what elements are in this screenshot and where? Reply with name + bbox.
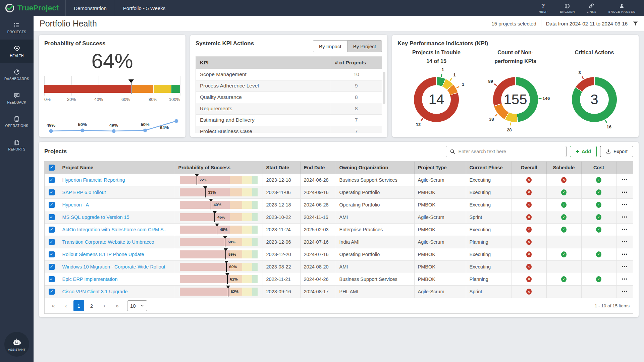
column-header-project-name[interactable]: Project Name — [59, 162, 175, 174]
row-checkbox[interactable]: ✓ — [49, 227, 55, 233]
brand-check-icon — [5, 3, 15, 13]
donut-segment-label: 28 — [507, 127, 512, 132]
project-name-link[interactable]: Hyperion - A — [62, 202, 171, 207]
num-projects-column-header[interactable]: # of Projects — [331, 57, 382, 69]
row-checkbox[interactable]: ✓ — [49, 276, 55, 282]
column-header-start-date[interactable]: Start Date — [263, 162, 300, 174]
column-header-schedule[interactable]: Schedule — [546, 162, 581, 174]
row-menu-button[interactable]: ⋯ — [622, 288, 628, 295]
row-menu-button[interactable]: ⋯ — [622, 214, 628, 220]
trend-point[interactable] — [112, 129, 116, 133]
overall-status-cell: ✕ — [512, 285, 546, 298]
scrollbar-thumb[interactable] — [383, 72, 385, 104]
row-checkbox[interactable]: ✓ — [49, 239, 55, 245]
user-menu-button[interactable]: BRUCE HANSEN — [608, 3, 635, 13]
row-checkbox[interactable]: ✓ — [49, 289, 55, 295]
trend-point[interactable] — [49, 129, 53, 133]
kpi-row[interactable]: Requirements8 — [196, 103, 382, 114]
first-page-button[interactable]: « — [48, 300, 59, 311]
language-button[interactable]: ENGLISH — [560, 3, 575, 13]
column-header-owning-org[interactable]: Owning Organization — [336, 162, 414, 174]
trend-point[interactable] — [80, 129, 84, 132]
export-button[interactable]: Export — [600, 146, 633, 157]
row-checkbox[interactable]: ✓ — [49, 251, 55, 257]
row-checkbox[interactable]: ✓ — [49, 177, 55, 183]
project-row[interactable]: ✓Rollout Siemens 8.1 IP Phone Update59%2… — [45, 248, 633, 260]
trend-point[interactable] — [143, 129, 147, 132]
project-row[interactable]: ✓SAP ERP 6.0 rollout33%2023-11-062024-09… — [45, 186, 633, 198]
sidebar-item-health[interactable]: HEALTH — [0, 40, 34, 63]
add-button[interactable]: + Add — [570, 146, 597, 157]
row-menu-button[interactable]: ⋯ — [622, 263, 628, 270]
filter-icon[interactable] — [632, 20, 639, 27]
sidebar-item-dashboards[interactable]: DASHBOARDS — [0, 63, 34, 86]
column-header-end-date[interactable]: End Date — [300, 162, 336, 174]
nav-item-demonstration[interactable]: Demonstration — [66, 0, 115, 16]
row-menu-button[interactable]: ⋯ — [622, 276, 628, 282]
kpi-row[interactable]: Process Adherence Level9 — [196, 80, 382, 92]
row-menu-button[interactable]: ⋯ — [622, 239, 628, 245]
project-name-link[interactable]: Transition Corporate Website to Umbracco — [62, 239, 171, 245]
project-name-link[interactable]: Windows 10 Migration - Corporate-Wide Ro… — [62, 264, 171, 269]
assistant-button[interactable]: ASSISTANT — [4, 332, 29, 357]
kpi-row[interactable]: Project Business Case7 — [196, 126, 382, 133]
kpi-row[interactable]: Estimating and Delivery7 — [196, 114, 382, 126]
page-1-button[interactable]: 1 — [73, 300, 84, 311]
row-menu-button[interactable]: ⋯ — [622, 226, 628, 233]
column-header-current-phase[interactable]: Current Phase — [466, 162, 512, 174]
gauge-tick-label: 80% — [149, 97, 157, 102]
help-button[interactable]: ? HELP — [536, 3, 550, 13]
kpi-row[interactable]: Quality Assurance8 — [196, 92, 382, 103]
row-checkbox[interactable]: ✓ — [49, 214, 55, 220]
next-page-button[interactable]: › — [99, 300, 110, 311]
row-checkbox[interactable]: ✓ — [49, 264, 55, 270]
project-row[interactable]: ✓ActOn Integration with SalesForce.com C… — [45, 223, 633, 236]
column-header-project-type[interactable]: Project Type — [414, 162, 466, 174]
row-menu-button[interactable]: ⋯ — [622, 201, 628, 208]
cost-status-cell: ✓ — [581, 273, 616, 285]
project-row[interactable]: ✓Windows 10 Migration - Corporate-Wide R… — [45, 260, 633, 273]
row-checkbox[interactable]: ✓ — [49, 189, 55, 195]
trend-point[interactable] — [175, 119, 178, 123]
row-checkbox[interactable]: ✓ — [49, 202, 55, 208]
project-row[interactable]: ✓Epic ERP Implementation61%2022-11-21202… — [45, 273, 633, 285]
project-name-link[interactable]: Rollout Siemens 8.1 IP Phone Update — [62, 252, 171, 257]
project-name-link[interactable]: ActOn Integration with SalesForce.com CR… — [62, 227, 171, 232]
project-row[interactable]: ✓Hyperion Financial Reporting22%2023-12-… — [45, 174, 633, 186]
sidebar-item-projects[interactable]: PROJECTS — [0, 16, 34, 40]
search-input[interactable] — [458, 149, 563, 154]
kpi-row[interactable]: Scope Management10 — [196, 69, 382, 80]
column-header-cost[interactable]: Cost — [581, 162, 616, 174]
probability-bar: 45% — [180, 213, 258, 221]
brand-logo[interactable]: TrueProject — [0, 3, 65, 13]
nav-item-portfolio[interactable]: Portfolio - 5 Weeks — [115, 0, 173, 16]
column-header-probability[interactable]: Probability of Success — [175, 162, 263, 174]
project-row[interactable]: ✓Hyperion - A40%2023-12-182024-06-28Oper… — [45, 198, 633, 211]
kpi-column-header[interactable]: KPI — [196, 57, 331, 69]
sidebar-item-reports[interactable]: REPORTS — [0, 133, 34, 157]
last-page-button[interactable]: » — [112, 300, 122, 311]
page-2-button[interactable]: 2 — [86, 300, 97, 311]
probability-value-label: 62% — [231, 288, 238, 296]
by-impact-toggle[interactable]: By Impact — [313, 40, 347, 52]
links-button[interactable]: LINKS — [585, 3, 598, 13]
sidebar-item-operations[interactable]: OPERATIONS — [0, 110, 34, 133]
project-row[interactable]: ✓Transition Corporate Website to Umbracc… — [45, 236, 633, 248]
prev-page-button[interactable]: ‹ — [61, 300, 71, 311]
select-all-checkbox[interactable]: ✓ — [49, 165, 55, 171]
page-size-select[interactable]: 10 — [127, 300, 147, 311]
column-header-overall[interactable]: Overall — [512, 162, 546, 174]
sidebar-item-feedback[interactable]: FEEDBACK — [0, 86, 34, 110]
row-menu-button[interactable]: ⋯ — [622, 177, 628, 183]
project-name-link[interactable]: Epic ERP Implementation — [62, 277, 171, 282]
project-name-link[interactable]: Hyperion Financial Reporting — [62, 177, 171, 183]
project-row[interactable]: ✓Cisco VPN Client 3.1 Upgrade62%2023-09-… — [45, 285, 633, 298]
project-name-link[interactable]: SAP ERP 6.0 rollout — [62, 190, 171, 195]
by-project-toggle[interactable]: By Project — [347, 40, 382, 52]
overall-status-bad-icon: ✕ — [526, 251, 532, 257]
project-name-link[interactable]: Cisco VPN Client 3.1 Upgrade — [62, 289, 171, 294]
row-menu-button[interactable]: ⋯ — [622, 251, 628, 257]
row-menu-button[interactable]: ⋯ — [622, 189, 628, 195]
project-name-link[interactable]: MS SQL upgrade to Version 15 — [62, 215, 171, 220]
project-row[interactable]: ✓MS SQL upgrade to Version 1545%2023-10-… — [45, 211, 633, 223]
